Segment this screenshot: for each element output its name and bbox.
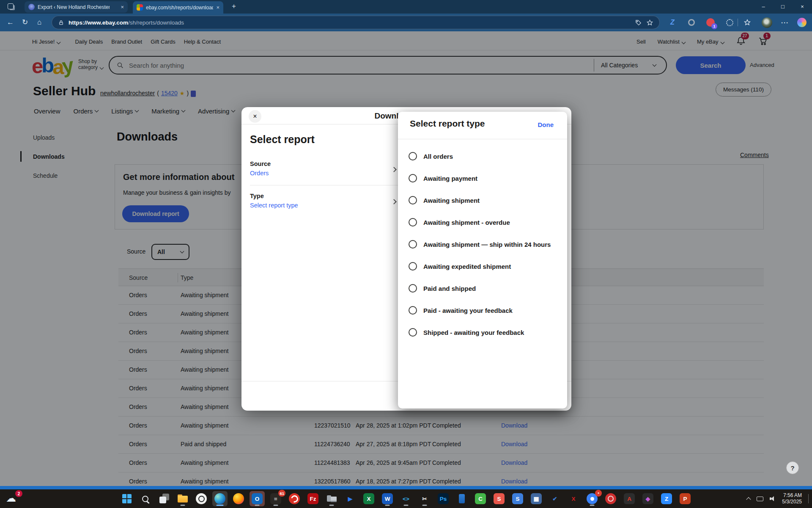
tab-close-icon[interactable]: × — [216, 4, 219, 11]
back-icon[interactable]: ← — [7, 17, 14, 28]
taskbar-power-automate-icon[interactable]: ▶ — [343, 491, 358, 506]
browser-viewport: Hi Jesse! Daily DealsBrand OutletGift Ca… — [0, 31, 812, 486]
browser-menu-icon[interactable]: ··· — [779, 17, 791, 28]
taskbar-red-sketch-app-icon[interactable]: X — [566, 491, 581, 506]
chevron-right-icon — [390, 198, 396, 205]
panel-title: Select report type — [410, 119, 485, 129]
cloud-icon: ☁ — [6, 492, 16, 504]
type-value-link[interactable]: Select report type — [250, 202, 298, 209]
workspaces-icon[interactable] — [8, 3, 14, 9]
profile-avatar[interactable] — [761, 17, 773, 28]
taskbar-badge: 61 — [278, 490, 285, 497]
window-maximize-button[interactable]: □ — [773, 0, 793, 14]
report-type-option[interactable]: Awaiting shipment - overdue — [398, 211, 567, 233]
taskbar-clock[interactable]: 7:56 AM 5/3/2025 — [782, 492, 802, 505]
address-bar[interactable]: https://www.ebay.com/sh/reports/download… — [52, 16, 660, 29]
panel-header-divider — [398, 139, 567, 139]
report-type-option[interactable]: Shipped - awaiting your feedback — [398, 321, 567, 343]
radio-icon[interactable] — [409, 240, 417, 248]
new-tab-button[interactable]: + — [232, 2, 236, 11]
radio-icon[interactable] — [409, 196, 417, 204]
taskbar: ☁ 2 — [0, 489, 812, 508]
volume-icon[interactable] — [770, 496, 776, 501]
taskbar-firefox-icon[interactable] — [231, 491, 246, 506]
browser-tab-ebay[interactable]: ebay.com/sh/reports/downloads × — [133, 1, 223, 14]
refresh-icon[interactable]: ↻ — [22, 17, 28, 28]
taskbar-device-manager-icon[interactable] — [324, 491, 339, 506]
radio-icon[interactable] — [409, 174, 417, 182]
report-type-option[interactable]: Paid and shipped — [398, 277, 567, 299]
browser-titlebar: Export ‹ New Holland Rochester – × ebay.… — [0, 0, 812, 14]
taskbar-phone-link-icon[interactable] — [454, 491, 469, 506]
taskbar-smartsheet-icon[interactable]: S — [510, 491, 525, 506]
radio-icon[interactable] — [409, 306, 417, 315]
radio-icon[interactable] — [409, 218, 417, 226]
window-controls: – □ × — [754, 0, 812, 14]
tablet-tray-icon[interactable] — [757, 497, 763, 501]
lock-icon — [58, 19, 64, 26]
url-text: https://www.ebay.com/sh/reports/download… — [69, 19, 184, 26]
coupon-tag-icon[interactable] — [635, 19, 642, 26]
report-type-options: All orders Awaiting payment Awaiting shi… — [398, 145, 567, 343]
radio-icon[interactable] — [409, 262, 417, 271]
taskbar-search-icon[interactable] — [138, 491, 153, 506]
taskbar-red-swirl-app-icon[interactable] — [287, 491, 302, 506]
taskbar-photoshop-icon[interactable]: Ps — [436, 491, 451, 506]
tab-close-icon[interactable]: × — [121, 4, 124, 10]
taskbar-badge: * — [595, 490, 602, 497]
extension-ring-icon[interactable] — [686, 17, 697, 28]
taskbar-excel-icon[interactable]: X — [361, 491, 376, 506]
taskbar-calculator-icon[interactable]: ▦ — [529, 491, 544, 506]
radio-icon[interactable] — [409, 284, 417, 293]
select-report-heading: Select report — [250, 133, 315, 146]
extension-adblock-icon[interactable]: 1 — [705, 17, 716, 28]
taskbar-start-icon[interactable] — [119, 491, 134, 506]
taskbar-word-icon[interactable]: W — [380, 491, 395, 506]
taskbar-zoom-app-icon[interactable]: Z — [659, 491, 674, 506]
taskbar-powerpoint-icon[interactable]: P — [678, 491, 693, 506]
taskbar-vscode-icon[interactable]: <> — [398, 491, 414, 506]
taskbar-chatgpt-icon[interactable] — [194, 491, 209, 506]
done-button[interactable]: Done — [535, 121, 557, 129]
copilot-icon[interactable] — [796, 17, 808, 28]
window-minimize-button[interactable]: – — [754, 0, 773, 14]
screen: Export ‹ New Holland Rochester – × ebay.… — [0, 0, 812, 508]
show-desktop-button[interactable] — [808, 494, 809, 503]
report-type-option[interactable]: Awaiting expedited shipment — [398, 255, 567, 277]
help-button[interactable]: ? — [786, 461, 799, 474]
favorites-icon[interactable] — [741, 17, 753, 28]
radio-icon[interactable] — [409, 328, 417, 337]
window-close-button[interactable]: × — [793, 0, 812, 14]
taskbar-red-circle-app-icon[interactable] — [603, 491, 618, 506]
taskbar-camtasia-icon[interactable]: C — [473, 491, 488, 506]
taskbar-to-do-icon[interactable]: ✔ — [547, 491, 562, 506]
taskbar-task-view-icon[interactable] — [156, 491, 172, 506]
source-value-link[interactable]: Orders — [250, 170, 269, 177]
report-type-option[interactable]: Awaiting payment — [398, 167, 567, 189]
chevron-right-icon — [390, 166, 396, 173]
extension-z-icon[interactable]: Z — [667, 17, 678, 28]
report-type-option[interactable]: Paid - awaiting your feedback — [398, 299, 567, 321]
taskbar-chat-app-icon[interactable]: * — [584, 491, 600, 506]
taskbar-filezilla-icon[interactable]: Fz — [305, 491, 321, 506]
taskbar-acrobat-icon[interactable]: A — [622, 491, 637, 506]
taskbar-sublime-s-app-icon[interactable]: S — [491, 491, 507, 506]
report-type-option[interactable]: Awaiting shipment — [398, 189, 567, 211]
bookmark-star-icon[interactable] — [646, 19, 653, 26]
report-type-option[interactable]: All orders — [398, 145, 567, 167]
taskbar-outlook-icon[interactable]: O — [250, 491, 265, 506]
taskbar-edge-icon[interactable] — [212, 491, 228, 506]
newholland-favicon-icon — [28, 4, 35, 10]
radio-icon[interactable] — [409, 152, 417, 160]
taskbar-mail-stack-icon[interactable]: ≡ 61 — [268, 491, 283, 506]
hidden-icons-chevron-icon[interactable] — [746, 497, 751, 502]
taskbar-snipping-tool-icon[interactable]: ✂ — [417, 491, 432, 506]
taskbar-file-explorer-icon[interactable] — [175, 491, 190, 506]
extensions-menu-icon[interactable] — [724, 17, 735, 28]
taskbar-design-app-icon[interactable]: ◆ — [640, 491, 656, 506]
taskbar-weather-widget[interactable]: ☁ 2 — [6, 491, 25, 506]
toolbar-divider — [738, 19, 738, 26]
report-type-option[interactable]: Awaiting shipment — ship within 24 hours — [398, 233, 567, 255]
home-icon[interactable]: ⌂ — [37, 17, 41, 28]
browser-tab-export[interactable]: Export ‹ New Holland Rochester – × — [25, 1, 128, 13]
